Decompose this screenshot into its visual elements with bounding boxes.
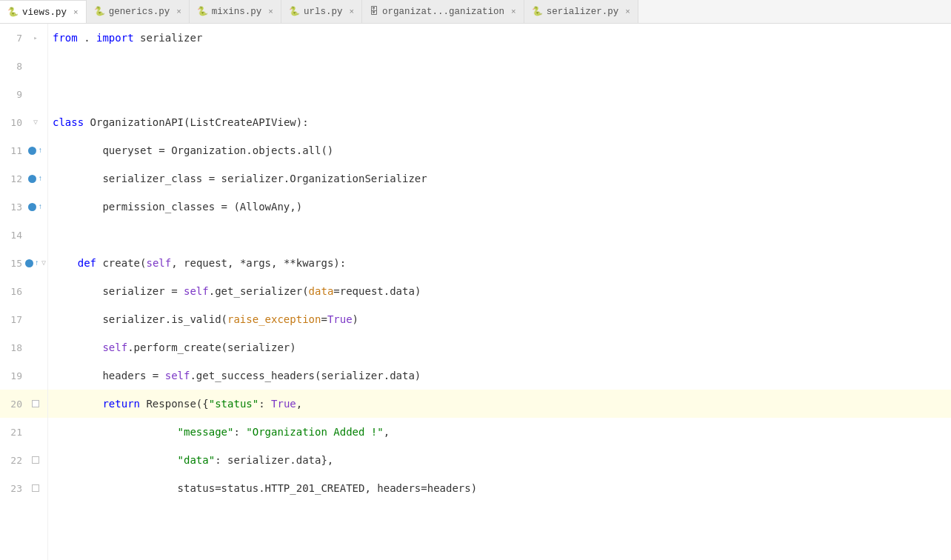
line-num-19: 19 bbox=[0, 370, 27, 381]
code-segment: : bbox=[233, 426, 246, 438]
code-segment: ) bbox=[353, 313, 358, 325]
fold-square-icon-20[interactable] bbox=[32, 400, 39, 407]
debug-arrow-11: ↑ bbox=[38, 147, 42, 155]
code-segment: .perform_create(serializer) bbox=[127, 341, 296, 353]
code-segment: "data" bbox=[178, 454, 216, 466]
tab-close-urls[interactable]: × bbox=[349, 7, 354, 16]
debug-arrow-12: ↑ bbox=[38, 175, 42, 183]
tab-close-serializer[interactable]: × bbox=[625, 7, 630, 16]
code-row-19: headers = self.get_success_headers(seria… bbox=[48, 361, 951, 390]
code-area: from . import serializerclass Organizati… bbox=[48, 24, 951, 560]
fold-arrow-15[interactable]: ▽ bbox=[41, 259, 46, 267]
gutter-row-18: 18 bbox=[0, 333, 47, 361]
tab-urls[interactable]: 🐍urls.py× bbox=[281, 0, 362, 24]
line-num-9: 9 bbox=[0, 89, 27, 100]
gutter-icons-12: ↑ bbox=[27, 175, 44, 183]
gutter-row-13: 13↑ bbox=[0, 193, 47, 221]
tab-mixins[interactable]: 🐍mixins.py× bbox=[190, 0, 281, 24]
gutter-icons-7: ▸ bbox=[27, 34, 44, 42]
code-segment: : bbox=[258, 398, 271, 410]
code-segment: =request.data) bbox=[333, 285, 421, 297]
tab-organization[interactable]: 🗄organizat...ganization× bbox=[362, 0, 524, 24]
code-row-7: from . import serializer bbox=[48, 24, 951, 52]
tab-views[interactable]: 🐍views.py× bbox=[0, 0, 87, 24]
code-row-10: class OrganizationAPI(ListCreateAPIView)… bbox=[48, 108, 951, 136]
tab-label-serializer: serializer.py bbox=[547, 7, 619, 17]
code-segment: = bbox=[321, 313, 327, 325]
line-num-13: 13 bbox=[0, 201, 27, 213]
tab-label-generics: generics.py bbox=[109, 7, 170, 17]
line-num-12: 12 bbox=[0, 173, 27, 184]
tab-serializer[interactable]: 🐍serializer.py× bbox=[524, 0, 638, 24]
line-num-21: 21 bbox=[0, 427, 27, 438]
gutter-icons-20 bbox=[27, 400, 44, 407]
tab-close-generics[interactable]: × bbox=[176, 7, 181, 16]
code-segment: def bbox=[78, 257, 96, 269]
code-segment: : serializer.data}, bbox=[215, 454, 333, 466]
tab-bar: 🐍views.py×🐍generics.py×🐍mixins.py×🐍urls.… bbox=[0, 0, 951, 24]
code-row-9 bbox=[48, 80, 951, 108]
gutter-icons-23 bbox=[27, 484, 44, 492]
line-num-14: 14 bbox=[0, 230, 27, 241]
python-file-icon: 🐍 bbox=[289, 6, 300, 17]
code-segment: , request, *args, **kwargs): bbox=[171, 257, 346, 269]
debug-dot-12[interactable] bbox=[28, 175, 36, 183]
gutter-area: 7▸8910▽11↑12↑13↑1415↑▽1617181920212223 bbox=[0, 24, 48, 560]
gutter-row-20: 20 bbox=[0, 390, 47, 418]
code-row-8 bbox=[48, 52, 951, 80]
gutter-row-11: 11↑ bbox=[0, 136, 47, 164]
tab-close-mixins[interactable]: × bbox=[268, 7, 273, 16]
debug-arrow-15: ↑ bbox=[35, 259, 39, 267]
code-segment: self bbox=[165, 370, 190, 381]
debug-dot-15[interactable] bbox=[25, 259, 33, 267]
code-segment: return bbox=[102, 398, 140, 410]
code-segment: .get_serializer( bbox=[209, 285, 309, 297]
debug-arrow-13: ↑ bbox=[38, 203, 42, 211]
code-segment bbox=[53, 398, 102, 410]
code-segment: self bbox=[184, 285, 209, 297]
fold-class-icon-10[interactable]: ▽ bbox=[33, 118, 38, 127]
debug-dot-13[interactable] bbox=[28, 203, 36, 211]
code-segment: class bbox=[53, 116, 84, 128]
code-row-15: def create(self, request, *args, **kwarg… bbox=[48, 249, 951, 277]
code-segment: "Organization Added !" bbox=[246, 426, 383, 438]
code-segment: "message" bbox=[178, 426, 234, 438]
line-num-11: 11 bbox=[0, 145, 27, 156]
code-row-20: return Response({"status": True, bbox=[48, 390, 951, 418]
gutter-row-8: 8 bbox=[0, 52, 47, 80]
line-num-15: 15 bbox=[0, 258, 27, 269]
code-segment: . bbox=[78, 32, 96, 44]
code-segment: True bbox=[271, 398, 296, 410]
tab-close-views[interactable]: × bbox=[73, 8, 79, 17]
line-num-10: 10 bbox=[0, 117, 27, 128]
code-row-13: permission_classes = (AllowAny,) bbox=[48, 193, 951, 221]
code-segment: status=status.HTTP_201_CREATED, headers=… bbox=[53, 482, 477, 494]
code-row-14 bbox=[48, 221, 951, 249]
gutter-row-15: 15↑▽ bbox=[0, 249, 47, 277]
code-segment: serializer bbox=[134, 32, 203, 44]
gutter-row-22: 22 bbox=[0, 446, 47, 474]
gutter-icons-13: ↑ bbox=[27, 203, 44, 211]
fold-small-icon-7[interactable]: ▸ bbox=[33, 34, 37, 42]
code-segment: from bbox=[53, 32, 78, 44]
line-num-20: 20 bbox=[0, 399, 27, 410]
editor: 7▸8910▽11↑12↑13↑1415↑▽1617181920212223fr… bbox=[0, 24, 951, 560]
tab-label-mixins: mixins.py bbox=[212, 7, 262, 17]
gutter-icons-11: ↑ bbox=[27, 147, 44, 155]
tab-generics[interactable]: 🐍generics.py× bbox=[87, 0, 190, 24]
code-segment: , bbox=[296, 398, 302, 410]
code-segment: serializer = bbox=[53, 285, 184, 297]
gutter-row-23: 23 bbox=[0, 474, 47, 502]
code-segment: data bbox=[309, 285, 334, 297]
tab-close-organization[interactable]: × bbox=[511, 7, 516, 16]
fold-square-icon-22[interactable] bbox=[32, 456, 39, 464]
fold-square-icon-23[interactable] bbox=[32, 484, 39, 492]
gutter-row-7: 7▸ bbox=[0, 24, 47, 52]
python-file-icon: 🐍 bbox=[94, 6, 105, 17]
code-row-17: serializer.is_valid(raise_exception=True… bbox=[48, 305, 951, 333]
code-segment: serializer.is_valid( bbox=[53, 313, 227, 325]
gutter-row-17: 17 bbox=[0, 305, 47, 333]
debug-dot-11[interactable] bbox=[28, 147, 36, 155]
gutter-row-14: 14 bbox=[0, 221, 47, 249]
code-segment: self bbox=[146, 257, 171, 269]
